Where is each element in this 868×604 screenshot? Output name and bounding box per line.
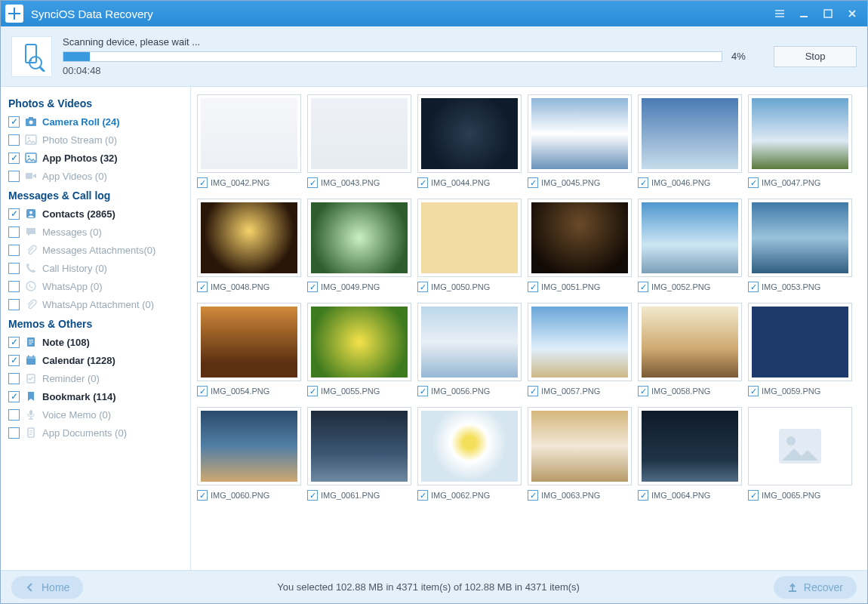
sidebar-item[interactable]: Messages Attachments(0) [8, 241, 186, 259]
sidebar-item[interactable]: Reminder (0) [8, 369, 186, 387]
thumbnail-item[interactable]: IMG_0042.PNG [197, 94, 301, 191]
checkbox-icon[interactable] [417, 490, 428, 501]
checkbox-icon[interactable] [8, 373, 20, 384]
checkbox-icon[interactable] [197, 490, 208, 501]
thumbnail-item[interactable]: IMG_0043.PNG [307, 94, 411, 191]
sidebar-item[interactable]: Bookmark (114) [8, 387, 186, 405]
thumbnail-image[interactable] [307, 407, 411, 485]
thumbnail-item[interactable]: IMG_0064.PNG [638, 407, 742, 504]
checkbox-icon[interactable] [8, 281, 20, 292]
checkbox-icon[interactable] [307, 490, 318, 501]
checkbox-icon[interactable] [417, 386, 428, 396]
thumbnail-item[interactable]: IMG_0060.PNG [197, 407, 301, 504]
checkbox-icon[interactable] [8, 355, 20, 366]
thumbnail-image[interactable] [417, 303, 522, 381]
sidebar-item[interactable]: App Documents (0) [8, 424, 186, 442]
sidebar-item[interactable]: Photo Stream (0) [8, 131, 186, 149]
thumbnail-image[interactable] [417, 94, 522, 173]
checkbox-icon[interactable] [197, 282, 208, 292]
thumbnail-image[interactable] [417, 407, 522, 485]
thumbnail-image[interactable] [528, 199, 632, 277]
thumbnail-pane[interactable]: IMG_0042.PNGIMG_0043.PNGIMG_0044.PNGIMG_… [191, 87, 867, 570]
thumbnail-image[interactable] [638, 407, 742, 485]
thumbnail-item[interactable]: IMG_0061.PNG [307, 407, 411, 504]
recover-button[interactable]: Recover [774, 576, 857, 599]
checkbox-icon[interactable] [8, 134, 20, 146]
thumbnail-item[interactable]: IMG_0055.PNG [307, 303, 411, 399]
thumbnail-item[interactable]: IMG_0047.PNG [748, 94, 852, 191]
close-icon[interactable] [842, 5, 863, 22]
thumbnail-image[interactable] [197, 94, 301, 173]
thumbnail-image[interactable] [748, 94, 852, 173]
thumbnail-item[interactable]: IMG_0044.PNG [417, 94, 522, 191]
thumbnail-image[interactable] [748, 407, 852, 485]
sidebar-item[interactable]: WhatsApp Attachment (0) [8, 295, 186, 313]
checkbox-icon[interactable] [197, 177, 208, 188]
thumbnail-image[interactable] [307, 303, 411, 381]
checkbox-icon[interactable] [197, 386, 208, 396]
checkbox-icon[interactable] [8, 409, 20, 421]
sidebar-item[interactable]: App Photos (32) [8, 149, 186, 167]
sidebar-item[interactable]: Contacts (2865) [8, 205, 186, 223]
thumbnail-item[interactable]: IMG_0045.PNG [528, 94, 632, 191]
thumbnail-item[interactable]: IMG_0059.PNG [748, 303, 852, 399]
checkbox-icon[interactable] [528, 282, 538, 292]
checkbox-icon[interactable] [748, 386, 759, 396]
thumbnail-item[interactable]: IMG_0056.PNG [417, 303, 522, 399]
sidebar-item[interactable]: Call History (0) [8, 259, 186, 277]
checkbox-icon[interactable] [8, 391, 20, 402]
maximize-icon[interactable] [817, 5, 839, 22]
sidebar-item[interactable]: Voice Memo (0) [8, 405, 186, 424]
checkbox-icon[interactable] [638, 282, 648, 292]
thumbnail-image[interactable] [638, 94, 742, 173]
checkbox-icon[interactable] [748, 177, 759, 188]
thumbnail-item[interactable]: IMG_0048.PNG [197, 199, 301, 295]
checkbox-icon[interactable] [8, 226, 20, 238]
thumbnail-image[interactable] [528, 407, 632, 485]
thumbnail-image[interactable] [307, 94, 411, 173]
thumbnail-image[interactable] [197, 407, 301, 485]
thumbnail-image[interactable] [197, 199, 301, 277]
thumbnail-item[interactable]: IMG_0046.PNG [638, 94, 742, 191]
sidebar-item[interactable]: App Videos (0) [8, 167, 186, 185]
sidebar-item[interactable]: Note (108) [8, 333, 186, 351]
checkbox-icon[interactable] [8, 337, 20, 348]
checkbox-icon[interactable] [8, 171, 20, 182]
thumbnail-item[interactable]: IMG_0062.PNG [417, 407, 522, 504]
checkbox-icon[interactable] [8, 263, 20, 274]
stop-button[interactable]: Stop [774, 46, 857, 67]
checkbox-icon[interactable] [8, 208, 20, 220]
checkbox-icon[interactable] [8, 116, 20, 128]
checkbox-icon[interactable] [748, 490, 759, 501]
checkbox-icon[interactable] [528, 490, 538, 501]
checkbox-icon[interactable] [528, 386, 538, 396]
sidebar-item[interactable]: Calendar (1228) [8, 351, 186, 369]
checkbox-icon[interactable] [638, 177, 648, 188]
thumbnail-image[interactable] [638, 199, 742, 277]
checkbox-icon[interactable] [307, 386, 318, 396]
thumbnail-image[interactable] [638, 303, 742, 381]
thumbnail-item[interactable]: IMG_0053.PNG [748, 199, 852, 295]
sidebar-item[interactable]: WhatsApp (0) [8, 277, 186, 295]
checkbox-icon[interactable] [528, 177, 538, 188]
checkbox-icon[interactable] [638, 386, 648, 396]
thumbnail-item[interactable]: IMG_0063.PNG [528, 407, 632, 504]
sidebar-item[interactable]: Messages (0) [8, 223, 186, 241]
thumbnail-image[interactable] [307, 199, 411, 277]
sidebar-item[interactable]: Camera Roll (24) [8, 112, 186, 131]
thumbnail-image[interactable] [528, 94, 632, 173]
thumbnail-item[interactable]: IMG_0052.PNG [638, 199, 742, 295]
thumbnail-item[interactable]: IMG_0057.PNG [528, 303, 632, 399]
thumbnail-image[interactable] [417, 199, 522, 277]
thumbnail-image[interactable] [748, 199, 852, 277]
checkbox-icon[interactable] [8, 427, 20, 439]
checkbox-icon[interactable] [8, 245, 20, 256]
checkbox-icon[interactable] [748, 282, 759, 292]
thumbnail-item[interactable]: IMG_0054.PNG [197, 303, 301, 399]
thumbnail-item[interactable]: IMG_0065.PNG [748, 407, 852, 504]
checkbox-icon[interactable] [307, 282, 318, 292]
thumbnail-item[interactable]: IMG_0049.PNG [307, 199, 411, 295]
thumbnail-image[interactable] [197, 303, 301, 381]
menu-icon[interactable] [769, 5, 790, 22]
checkbox-icon[interactable] [307, 177, 318, 188]
